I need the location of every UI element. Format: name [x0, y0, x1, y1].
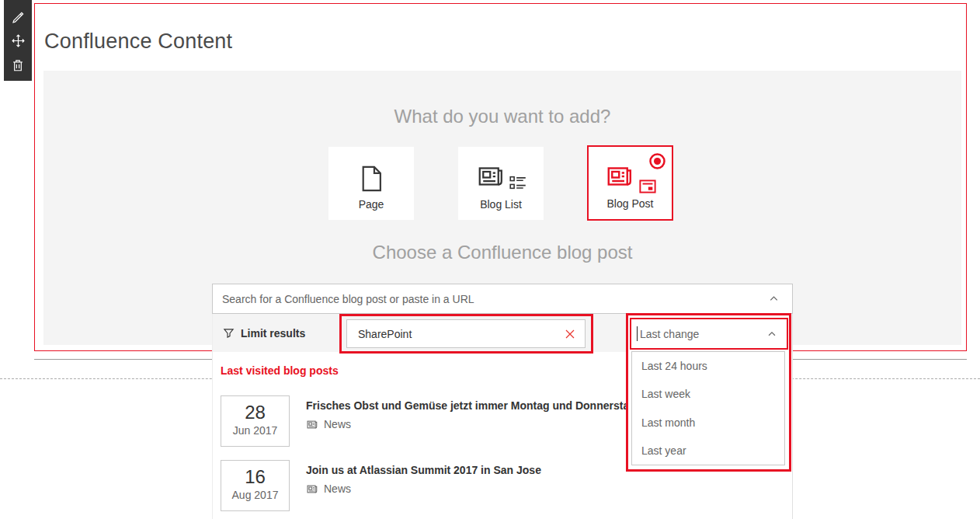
last-visited-label: Last visited blog posts	[221, 364, 339, 377]
picker-subheading: Choose a Confluence blog post	[43, 242, 961, 263]
page: Confluence Content What do you want to a…	[0, 0, 980, 519]
last-change-dropdown[interactable]: Last change	[630, 318, 788, 350]
picker-heading: What do you want to add?	[43, 106, 961, 127]
page-icon	[328, 162, 414, 195]
news-icon	[306, 419, 318, 430]
annotation-box-keyword-filter: SharePoint	[339, 314, 593, 354]
option-last-year[interactable]: Last year	[632, 437, 784, 465]
blog-post-search-input[interactable]: Search for a Confluence blog post or pas…	[212, 284, 793, 314]
option-card-label: Page	[359, 198, 384, 211]
post-day: 28	[221, 402, 289, 423]
option-card-label: Blog List	[480, 198, 522, 211]
post-month-year: Aug 2017	[221, 489, 289, 501]
limit-results-label: Limit results	[241, 327, 305, 340]
option-card-label: Blog Post	[607, 197, 654, 210]
post-month-year: Jun 2017	[221, 424, 289, 437]
option-last-24-hours[interactable]: Last 24 hours	[632, 352, 784, 380]
option-card-page[interactable]: Page	[328, 147, 414, 220]
move-icon[interactable]	[10, 33, 26, 48]
dropdown-chevron-up-icon	[766, 329, 787, 340]
keyword-filter-value: SharePoint	[347, 328, 564, 340]
last-change-options-list: Last 24 hours Last week Last month Last …	[631, 351, 785, 465]
search-placeholder: Search for a Confluence blog post or pas…	[213, 293, 768, 305]
option-last-week[interactable]: Last week	[632, 380, 784, 408]
edit-pencil-icon[interactable]	[10, 8, 26, 23]
collapse-chevron-up-icon[interactable]	[768, 293, 792, 305]
post-title: Join us at Atlassian Summit 2017 in San …	[306, 464, 541, 476]
post-date-box: 16 Aug 2017	[221, 460, 290, 511]
webpart-toolbar	[4, 0, 32, 81]
post-date-box: 28 Jun 2017	[221, 395, 290, 447]
post-category: News	[324, 418, 351, 430]
annotation-box-date-dropdown: Last change Last 24 hours Last week Last…	[626, 313, 791, 472]
blog-list-icon	[458, 162, 544, 190]
post-category: News	[324, 482, 351, 495]
news-icon	[306, 483, 318, 495]
blog-post-icon	[589, 162, 672, 190]
last-change-dropdown-value: Last change	[638, 328, 766, 340]
keyword-filter-input[interactable]: SharePoint	[346, 319, 586, 348]
clear-filter-x-icon[interactable]	[564, 328, 585, 340]
webpart-title: Confluence Content	[44, 30, 232, 54]
filter-funnel-icon	[223, 327, 235, 339]
option-last-month[interactable]: Last month	[632, 409, 784, 437]
trash-icon[interactable]	[10, 57, 26, 73]
post-title: Frisches Obst und Gemüse jetzt immer Mon…	[306, 399, 636, 412]
option-card-blog-post[interactable]: Blog Post	[587, 145, 673, 221]
post-day: 16	[221, 467, 289, 487]
option-card-blog-list[interactable]: Blog List	[458, 147, 544, 220]
